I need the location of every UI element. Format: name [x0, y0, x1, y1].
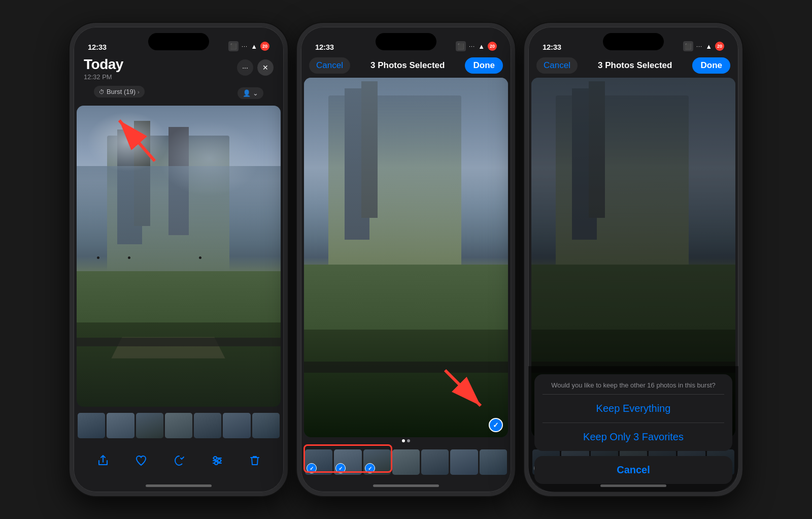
people-button[interactable]: 👤 ⌄	[238, 87, 263, 99]
action-sheet-title: Would you like to keep the other 16 phot…	[534, 374, 732, 394]
svg-point-5	[214, 457, 217, 460]
power-button-1	[287, 128, 288, 159]
home-bar-1	[146, 484, 212, 487]
extra-icon-2: ⬛	[456, 41, 466, 51]
sliders-button[interactable]	[211, 455, 223, 467]
status-icons-3: ⬛ ··· ▲ 20	[683, 41, 724, 51]
bottom-toolbar-1	[74, 442, 284, 479]
today-title: Today	[84, 56, 123, 73]
thumb-2-5[interactable]	[421, 449, 449, 475]
thumb-5[interactable]	[194, 413, 221, 438]
wifi-icon-3: ▲	[705, 43, 712, 50]
wifi-icon-2: ▲	[478, 43, 485, 50]
adjust-button[interactable]	[173, 455, 185, 467]
dots-1: ···	[242, 43, 248, 49]
wifi-icon-1: ▲	[251, 43, 257, 50]
thumb-3[interactable]	[136, 413, 163, 438]
dot-1	[407, 439, 410, 442]
thumb-2-2[interactable]: ✓	[334, 449, 361, 475]
phone1-content: Today 12:32 PM ··· ✕ ⏱ Burst (19) › 👤 ⌄	[74, 54, 284, 492]
thumb-2-3[interactable]: ✓	[363, 449, 391, 475]
selected-title-3: 3 Photos Selected	[598, 60, 672, 71]
close-button[interactable]: ✕	[257, 59, 274, 76]
silent-button-3	[524, 113, 525, 134]
dot-indicator-2	[301, 437, 511, 443]
main-photo-2: ✓	[304, 78, 508, 437]
thumb-6[interactable]	[223, 413, 250, 438]
phone-2: 12:33 ⬛ ··· ▲ 20 Cancel 3 Photos Selecte…	[297, 23, 515, 496]
castle-image-1	[77, 106, 281, 407]
heart-button[interactable]	[135, 455, 147, 467]
chevron-icon: ›	[138, 89, 140, 95]
battery-badge-2: 20	[488, 42, 497, 51]
phone2-header: Cancel 3 Photos Selected Done	[301, 54, 511, 78]
home-indicator-3	[528, 479, 738, 492]
dots-2: ···	[469, 43, 475, 49]
thumbnail-strip-2: ✓ ✓ ✓	[301, 447, 511, 477]
phone1-header: Today 12:32 PM ··· ✕	[74, 54, 284, 85]
dynamic-island-3	[603, 33, 664, 50]
share-button[interactable]	[97, 455, 109, 467]
vol-down-button-2	[297, 179, 298, 210]
silent-button-2	[297, 113, 298, 134]
dots-3: ···	[696, 43, 702, 49]
silent-button-1	[70, 113, 71, 134]
burst-badge[interactable]: ⏱ Burst (19) ›	[94, 86, 145, 98]
keep-everything-button[interactable]: Keep Everything	[534, 395, 732, 423]
action-sheet: Would you like to keep the other 16 phot…	[534, 374, 732, 451]
phone3-header: Cancel 3 Photos Selected Done	[528, 54, 738, 78]
extra-icon-3: ⬛	[683, 41, 693, 51]
phone2-content: Cancel 3 Photos Selected Done ✓	[301, 54, 511, 492]
thumb-2-6[interactable]	[450, 449, 478, 475]
status-icons-1: ⬛ ··· ▲ 20	[228, 41, 269, 51]
svg-point-7	[215, 462, 218, 465]
time-1: 12:33	[88, 43, 107, 51]
thumb-2-1[interactable]: ✓	[305, 449, 332, 475]
burst-row: ⏱ Burst (19) › 👤 ⌄	[74, 85, 284, 102]
thumb-1[interactable]	[78, 413, 105, 438]
phone-3: 12:33 ⬛ ··· ▲ 20 Cancel 3 Photos Selecte…	[524, 23, 742, 496]
status-icons-2: ⬛ ··· ▲ 20	[456, 41, 497, 51]
home-bar-2	[373, 484, 439, 487]
svg-point-6	[218, 459, 221, 462]
phone-1: 12:33 ⬛ ··· ▲ 20 Today 12:32 PM ··· ✕ ⏱ …	[70, 23, 288, 496]
trash-button[interactable]	[249, 455, 260, 467]
phone3-content: Cancel 3 Photos Selected Done	[528, 54, 738, 492]
cancel-button-3[interactable]: Cancel	[536, 57, 578, 74]
battery-badge-1: 20	[260, 42, 269, 51]
burst-label: Burst (19)	[107, 88, 136, 95]
thumb-4[interactable]	[165, 413, 192, 438]
dynamic-island-2	[376, 33, 436, 50]
time-2: 12:33	[315, 43, 334, 51]
cancel-button-2[interactable]: Cancel	[309, 57, 350, 74]
vol-down-button-3	[524, 179, 525, 210]
done-button-2[interactable]: Done	[465, 57, 503, 74]
more-button[interactable]: ···	[237, 59, 253, 76]
thumb-2-4[interactable]	[392, 449, 420, 475]
dot-active	[402, 439, 405, 442]
vol-up-button-2	[297, 141, 298, 172]
thumb-2-7[interactable]	[480, 449, 507, 475]
battery-badge-3: 20	[715, 42, 724, 51]
check-3: ✓	[365, 463, 375, 473]
today-info: Today 12:32 PM	[84, 56, 123, 81]
thumb-2[interactable]	[107, 413, 134, 438]
vol-up-button-3	[524, 141, 525, 172]
selected-title-2: 3 Photos Selected	[370, 60, 445, 71]
action-sheet-overlay: Would you like to keep the other 16 phot…	[528, 366, 738, 492]
thumb-7[interactable]	[252, 413, 280, 438]
main-photo-1	[77, 106, 281, 407]
extra-icon-1: ⬛	[228, 41, 239, 51]
power-button-2	[514, 128, 515, 159]
dynamic-island-1	[148, 33, 209, 50]
done-button-3[interactable]: Done	[692, 57, 730, 74]
vol-down-button-1	[70, 179, 71, 210]
person-icon: 👤	[243, 89, 251, 97]
vol-up-button-1	[70, 141, 71, 172]
home-indicator-2	[301, 479, 511, 492]
check-1: ✓	[307, 463, 317, 473]
today-subtitle: 12:32 PM	[84, 73, 123, 81]
keep-favorites-button[interactable]: Keep Only 3 Favorites	[534, 423, 732, 451]
home-bar-3	[600, 484, 666, 487]
photo-check-2: ✓	[489, 418, 503, 432]
